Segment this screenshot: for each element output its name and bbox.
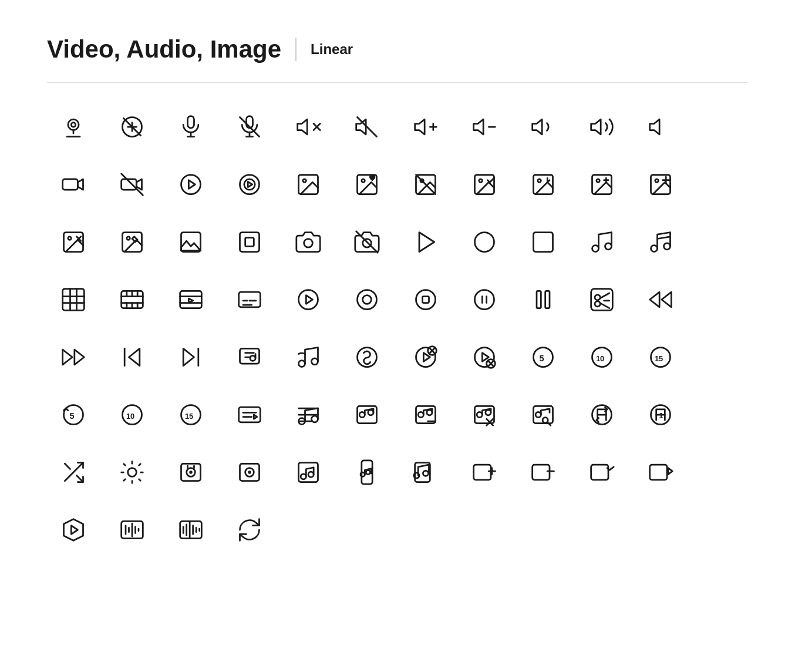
skip-forward-icon[interactable] [164,337,217,378]
pause-bars-icon[interactable] [517,279,570,320]
shuffle-icon[interactable] [47,452,100,493]
repeat-icon[interactable] [341,337,393,378]
music-tablet-icon[interactable] [399,452,452,493]
record-circle-icon[interactable] [341,279,393,320]
replay-15-icon[interactable]: 15 [634,337,687,378]
music-note-square-icon[interactable] [282,452,335,493]
film-grid-icon[interactable] [47,279,100,320]
refresh-icon[interactable] [223,509,276,550]
play-hexagon-icon[interactable] [47,509,100,550]
svg-marker-103 [662,292,672,307]
video-camera-icon[interactable] [47,164,100,205]
forward-10-icon[interactable]: 10 [106,394,159,435]
play-circle-outline-icon[interactable] [223,164,276,205]
repeat-once-icon[interactable] [575,394,628,435]
image-remove-icon[interactable] [47,221,100,263]
subtitle-icon[interactable] [223,279,276,320]
svg-point-154 [477,412,482,417]
image-heart-icon[interactable] [341,164,393,205]
svg-point-89 [416,290,436,310]
forward-15-icon[interactable]: 15 [164,394,217,435]
playlist-icon[interactable] [223,337,276,378]
play-triangle-icon[interactable] [399,221,452,263]
replay-10-icon[interactable]: 10 [575,337,628,378]
music-note-wave-icon[interactable] [282,337,335,378]
svg-rect-4 [188,116,194,128]
page-title: Video, Audio, Image [47,35,281,63]
svg-rect-90 [423,297,429,303]
microphone-slash-icon[interactable] [223,106,276,147]
video-slash-icon[interactable] [106,164,159,205]
camera-icon[interactable] [282,221,335,263]
image-down-icon[interactable] [517,164,570,205]
play-circle-icon[interactable] [164,164,217,205]
play-circle-remove2-icon[interactable] [458,337,511,378]
svg-marker-24 [248,182,252,187]
replay-5-icon[interactable]: 5 [517,337,570,378]
svg-line-19 [122,174,143,196]
volume-high-icon[interactable] [575,106,628,147]
volume-mute-icon[interactable] [282,106,335,147]
svg-rect-194 [474,465,491,480]
music-phone-icon[interactable] [341,452,393,493]
repeat-1-icon[interactable]: 1 [634,394,687,435]
pause-circle-icon[interactable] [458,279,511,320]
image-add-icon[interactable] [575,164,628,205]
play-circle-2-icon[interactable] [282,279,335,320]
music-remove-icon[interactable] [399,394,452,435]
volume-minus-icon[interactable] [458,106,511,147]
volume-icon[interactable] [634,106,687,147]
playlist-music-icon[interactable] [223,394,276,435]
stop-square-icon[interactable] [223,221,276,263]
music-remove2-icon[interactable] [458,394,511,435]
svg-rect-199 [591,465,608,480]
svg-point-150 [418,412,423,417]
webcam-icon[interactable] [47,106,100,147]
skip-back-icon[interactable] [106,337,159,378]
film-play-icon[interactable] [164,279,217,320]
image-icon[interactable] [282,164,335,205]
brightness-icon[interactable] [106,452,159,493]
eye-slash-icon[interactable] [106,106,159,147]
square-icon[interactable] [517,221,570,263]
film-strip-icon[interactable] [106,279,159,320]
separator [47,82,748,83]
music-library-icon[interactable] [341,394,393,435]
waveform-icon[interactable] [106,509,159,550]
fast-forward-icon[interactable] [47,337,100,378]
image-mountain-icon[interactable] [164,221,217,263]
camera-slash-icon[interactable] [341,221,393,263]
gallery-check-icon[interactable] [575,452,628,493]
waveform2-icon[interactable] [164,509,217,550]
music-notes-icon[interactable] [634,221,687,263]
gallery-play-icon[interactable] [634,452,687,493]
image-edit-icon[interactable] [106,221,159,263]
svg-point-45 [68,237,72,240]
forward-5-icon[interactable]: 5 [47,394,100,435]
music-note-icon[interactable] [575,221,628,263]
svg-point-170 [128,468,137,477]
gallery-add-icon[interactable] [458,452,511,493]
image-slash-icon[interactable] [399,164,452,205]
volume-slash-icon[interactable] [341,106,393,147]
circle-icon[interactable] [458,221,511,263]
svg-line-13 [358,117,377,137]
gallery-remove-icon[interactable] [517,452,570,493]
volume-low-icon[interactable] [517,106,570,147]
svg-marker-202 [64,519,83,541]
svg-rect-138 [239,407,261,422]
svg-point-1 [71,123,75,127]
music-search-icon[interactable] [517,394,570,435]
image-check-icon[interactable] [458,164,511,205]
scissors-icon[interactable] [575,279,628,320]
microphone-icon[interactable] [164,106,217,147]
stop-circle-icon[interactable] [399,279,452,320]
music-disk-icon[interactable] [164,452,217,493]
music-disk2-icon[interactable] [223,452,276,493]
svg-point-20 [181,175,201,194]
image-plus-icon[interactable] [634,164,687,205]
queue-music-icon[interactable] [282,394,335,435]
play-circle-remove-icon[interactable] [399,337,452,378]
rewind-icon[interactable] [634,279,687,320]
volume-plus-icon[interactable] [399,106,452,147]
